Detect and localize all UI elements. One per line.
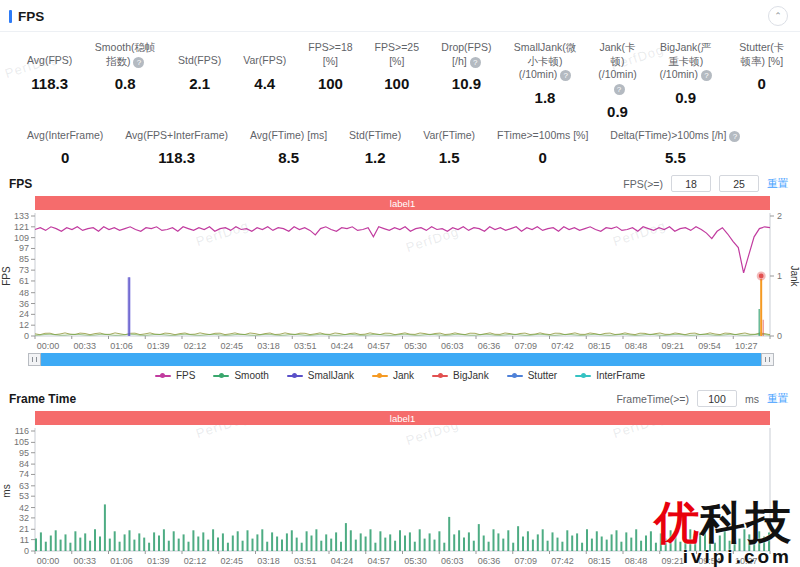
svg-text:116: 116 bbox=[15, 427, 29, 436]
legend-label: InterFrame bbox=[596, 370, 645, 381]
primary-stat: Stutter(卡顿率) [%]0 bbox=[724, 41, 800, 120]
primary-stat: Smooth(稳帧指数)?0.8 bbox=[83, 41, 167, 120]
primary-stat-label: FPS>=25 [%] bbox=[375, 41, 419, 68]
fps-threshold2-input[interactable] bbox=[719, 175, 759, 192]
fps-chart-scrollbar[interactable] bbox=[28, 353, 774, 366]
legend-label: Smooth bbox=[234, 370, 268, 381]
svg-text:97: 97 bbox=[19, 244, 29, 254]
fps-threshold1-input[interactable] bbox=[671, 175, 711, 192]
secondary-stat-value: 0 bbox=[61, 149, 69, 166]
fps-section-header: FPS FPS(>=) 重置 bbox=[0, 175, 800, 192]
legend-label: BigJank bbox=[453, 370, 489, 381]
svg-text:12: 12 bbox=[19, 320, 29, 330]
scrollbar-left-handle[interactable] bbox=[28, 353, 41, 366]
svg-text:08:48: 08:48 bbox=[625, 341, 648, 350]
svg-text:09:21: 09:21 bbox=[661, 341, 684, 350]
fps-section-title: FPS bbox=[9, 177, 32, 191]
primary-stat-value: 0 bbox=[758, 75, 766, 92]
svg-text:07:09: 07:09 bbox=[514, 341, 537, 350]
secondary-stat-label: Avg(FPS+InterFrame) bbox=[125, 129, 228, 143]
svg-text:84: 84 bbox=[19, 459, 29, 469]
scrollbar-right-handle[interactable] bbox=[761, 353, 774, 366]
stats-row-primary: Avg(FPS)118.3Smooth(稳帧指数)?0.8Std(FPS)2.1… bbox=[0, 41, 800, 120]
svg-text:08:15: 08:15 bbox=[588, 556, 611, 565]
svg-text:08:48: 08:48 bbox=[625, 556, 648, 565]
svg-text:63: 63 bbox=[19, 481, 29, 491]
svg-text:08:15: 08:15 bbox=[588, 341, 611, 350]
help-icon[interactable]: ? bbox=[701, 70, 712, 81]
frametime-section-title: Frame Time bbox=[9, 392, 76, 406]
legend-label: Stutter bbox=[528, 370, 557, 381]
help-icon[interactable]: ? bbox=[133, 57, 144, 68]
svg-text:02:45: 02:45 bbox=[220, 556, 243, 565]
ivipi-logo-domain: ivipi.com bbox=[654, 547, 792, 566]
primary-stat-label: Jank(卡顿)(/10min)? bbox=[598, 41, 637, 96]
secondary-stat-label: Var(FTime) bbox=[423, 129, 475, 143]
svg-text:01:06: 01:06 bbox=[110, 341, 133, 350]
collapse-button[interactable]: ⌃ bbox=[768, 6, 788, 26]
secondary-stat-value: 118.3 bbox=[158, 149, 195, 166]
svg-text:2: 2 bbox=[777, 212, 782, 221]
primary-stat: Var(FPS)4.4 bbox=[232, 41, 297, 120]
scrollbar-track-fill[interactable] bbox=[41, 353, 761, 366]
legend-marker-icon bbox=[372, 375, 388, 377]
svg-text:ms: ms bbox=[1, 485, 12, 498]
primary-stat-value: 100 bbox=[318, 75, 343, 92]
secondary-stat: Avg(FTime) [ms]8.5 bbox=[239, 129, 338, 167]
secondary-stat: Var(FTime)1.5 bbox=[412, 129, 486, 167]
frametime-reset-link[interactable]: 重置 bbox=[767, 392, 788, 406]
primary-stat-label: Std(FPS) bbox=[178, 41, 221, 68]
svg-text:53: 53 bbox=[19, 491, 29, 501]
svg-text:FPS: FPS bbox=[1, 266, 12, 286]
svg-text:06:36: 06:36 bbox=[478, 556, 501, 565]
fps-threshold-label: FPS(>=) bbox=[623, 178, 663, 190]
primary-stat-value: 2.1 bbox=[189, 75, 210, 92]
fps-legend-smalljank[interactable]: SmallJank bbox=[287, 370, 354, 381]
fps-legend-jank[interactable]: Jank bbox=[372, 370, 414, 381]
help-icon[interactable]: ? bbox=[470, 57, 481, 68]
secondary-stat-label: Avg(InterFrame) bbox=[27, 129, 103, 143]
frametime-unit-label: ms bbox=[745, 393, 759, 405]
fps-legend-smooth[interactable]: Smooth bbox=[213, 370, 268, 381]
primary-stat-label: Smooth(稳帧指数)? bbox=[94, 41, 156, 68]
fps-legend-bigjank[interactable]: BigJank bbox=[432, 370, 489, 381]
primary-stat-value: 0.9 bbox=[675, 89, 696, 106]
primary-stat-value: 1.8 bbox=[535, 89, 556, 106]
frametime-section-header: Frame Time FrameTime(>=) ms 重置 bbox=[0, 390, 800, 407]
svg-text:02:12: 02:12 bbox=[184, 341, 207, 350]
ivipi-logo-brand: 优科技 bbox=[654, 500, 792, 545]
svg-text:121: 121 bbox=[14, 222, 29, 232]
secondary-stat: FTime>=100ms [%]0 bbox=[486, 129, 599, 167]
svg-text:01:39: 01:39 bbox=[147, 556, 170, 565]
primary-stat-value: 10.9 bbox=[452, 75, 481, 92]
header-divider bbox=[0, 31, 800, 32]
svg-text:1: 1 bbox=[777, 271, 782, 281]
fps-legend-interframe[interactable]: InterFrame bbox=[575, 370, 645, 381]
legend-label: Jank bbox=[393, 370, 414, 381]
frametime-chart-banner: label1 bbox=[35, 411, 770, 425]
legend-label: SmallJank bbox=[308, 370, 354, 381]
fps-legend-stutter[interactable]: Stutter bbox=[507, 370, 557, 381]
svg-text:11: 11 bbox=[20, 535, 29, 545]
svg-text:36: 36 bbox=[19, 299, 29, 309]
svg-text:03:51: 03:51 bbox=[294, 341, 317, 350]
secondary-stat-label: Std(FTime) bbox=[349, 129, 401, 143]
secondary-stat-label: Delta(FTime)>100ms [/h]? bbox=[610, 129, 740, 143]
svg-text:48: 48 bbox=[19, 288, 29, 298]
secondary-stat: Avg(InterFrame)0 bbox=[16, 129, 114, 167]
frametime-threshold-controls: FrameTime(>=) ms 重置 bbox=[616, 390, 788, 407]
primary-stat-value: 100 bbox=[384, 75, 409, 92]
fps-chart-banner: label1 bbox=[35, 196, 770, 210]
secondary-stat-value: 1.2 bbox=[365, 149, 386, 166]
help-icon[interactable]: ? bbox=[729, 131, 740, 142]
legend-marker-icon bbox=[213, 375, 229, 377]
fps-legend-fps[interactable]: FPS bbox=[155, 370, 195, 381]
svg-text:04:57: 04:57 bbox=[367, 341, 390, 350]
help-icon[interactable]: ? bbox=[614, 84, 625, 95]
help-icon[interactable]: ? bbox=[560, 70, 571, 81]
svg-text:42: 42 bbox=[19, 503, 29, 513]
svg-text:74: 74 bbox=[19, 470, 29, 480]
fps-reset-link[interactable]: 重置 bbox=[767, 177, 788, 191]
svg-text:73: 73 bbox=[19, 265, 29, 275]
frametime-threshold-input[interactable] bbox=[697, 390, 737, 407]
